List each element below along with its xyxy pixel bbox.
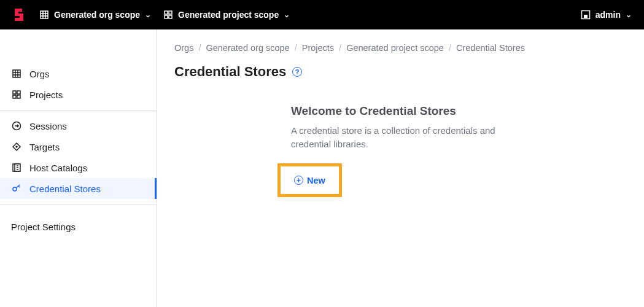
empty-state-title: Welcome to Credential Stores <box>291 104 518 118</box>
org-icon <box>11 68 22 79</box>
breadcrumb-separator: / <box>449 43 451 53</box>
sidebar-item-label: Credential Stores <box>29 184 101 194</box>
project-scope-dropdown[interactable]: Generated project scope ⌄ <box>163 10 290 20</box>
breadcrumb: Orgs / Generated org scope / Projects / … <box>174 43 627 53</box>
breadcrumb-item[interactable]: Projects <box>302 43 334 53</box>
svg-rect-8 <box>169 15 172 18</box>
chevron-down-icon: ⌄ <box>145 10 151 19</box>
breadcrumb-item[interactable]: Generated project scope <box>346 43 444 53</box>
plus-circle-icon: + <box>294 176 303 185</box>
new-button-label: New <box>307 176 325 185</box>
sidebar-item-project-settings[interactable]: Project Settings <box>0 217 157 237</box>
help-icon[interactable]: ? <box>292 67 302 77</box>
breadcrumb-separator: / <box>198 43 201 53</box>
sidebar-item-label: Targets <box>29 142 60 152</box>
sidebar-item-host-catalogs[interactable]: Host Catalogs <box>0 157 157 178</box>
page-title-row: Credential Stores ? <box>174 64 627 80</box>
app-logo[interactable] <box>12 7 27 22</box>
svg-rect-17 <box>17 91 20 94</box>
sidebar-item-orgs[interactable]: Orgs <box>0 63 157 84</box>
svg-rect-5 <box>165 11 168 14</box>
breadcrumb-separator: / <box>339 43 341 53</box>
main-content: Orgs / Generated org scope / Projects / … <box>157 29 644 307</box>
highlight-annotation: + New <box>277 163 342 197</box>
empty-state: Welcome to Credential Stores A credentia… <box>291 104 518 197</box>
server-icon <box>11 162 22 173</box>
breadcrumb-item[interactable]: Generated org scope <box>206 43 289 53</box>
boundary-logo-icon <box>12 7 27 22</box>
divider <box>0 110 157 111</box>
svg-point-27 <box>13 187 17 191</box>
svg-rect-11 <box>13 70 20 77</box>
grid-icon <box>11 89 22 100</box>
svg-rect-6 <box>169 11 172 14</box>
svg-rect-10 <box>584 15 588 18</box>
org-scope-label: Generated org scope <box>54 10 140 20</box>
sidebar-item-label: Projects <box>29 90 63 100</box>
page-title: Credential Stores <box>174 64 286 80</box>
sidebar-item-targets[interactable]: Targets <box>0 136 157 157</box>
key-icon <box>11 183 22 194</box>
org-icon <box>39 10 49 20</box>
sidebar-item-sessions[interactable]: Sessions <box>0 115 157 136</box>
sidebar: Orgs Projects Sessions Targets Host Cat <box>0 29 157 307</box>
breadcrumb-item[interactable]: Credential Stores <box>456 43 525 53</box>
target-icon <box>11 141 22 152</box>
chevron-down-icon: ⌄ <box>626 10 632 19</box>
sidebar-item-label: Host Catalogs <box>29 163 87 173</box>
exit-icon <box>11 120 22 131</box>
svg-rect-0 <box>41 11 48 18</box>
svg-rect-18 <box>13 95 16 98</box>
svg-rect-19 <box>17 95 20 98</box>
top-header: Generated org scope ⌄ Generated project … <box>0 0 644 29</box>
grid-icon <box>163 10 173 20</box>
sidebar-item-projects[interactable]: Projects <box>0 84 157 105</box>
sidebar-item-credential-stores[interactable]: Credential Stores <box>0 178 157 199</box>
new-button[interactable]: + New <box>294 176 325 185</box>
sidebar-item-label: Orgs <box>29 69 50 79</box>
sidebar-item-label: Project Settings <box>11 222 76 232</box>
chevron-down-icon: ⌄ <box>284 10 290 19</box>
org-scope-dropdown[interactable]: Generated org scope ⌄ <box>39 10 151 20</box>
svg-rect-7 <box>165 15 168 18</box>
empty-state-description: A credential store is a collection of cr… <box>291 124 518 151</box>
user-box-icon <box>581 10 591 20</box>
project-scope-label: Generated project scope <box>178 10 279 20</box>
user-label: admin <box>596 10 621 20</box>
divider <box>0 204 157 204</box>
svg-point-21 <box>16 146 17 147</box>
breadcrumb-item[interactable]: Orgs <box>174 43 193 53</box>
svg-rect-16 <box>13 91 16 94</box>
user-menu[interactable]: admin ⌄ <box>581 10 632 20</box>
breadcrumb-separator: / <box>295 43 297 53</box>
sidebar-item-label: Sessions <box>29 121 67 131</box>
